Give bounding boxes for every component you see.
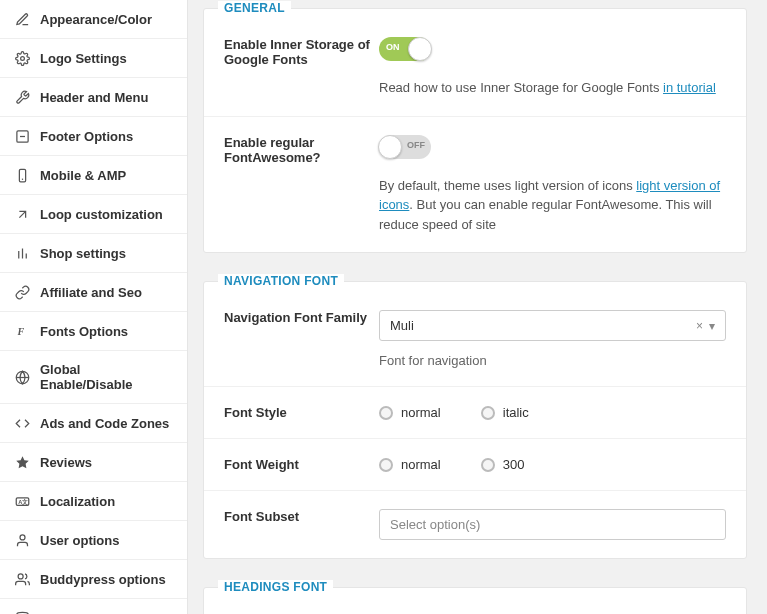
sidebar-item-label: Logo Settings bbox=[40, 51, 127, 66]
svg-point-0 bbox=[20, 56, 24, 60]
globe-icon bbox=[14, 369, 30, 385]
sidebar-item-label: Affiliate and Seo bbox=[40, 285, 142, 300]
star-icon bbox=[14, 454, 30, 470]
toggle-knob bbox=[408, 37, 432, 61]
code-icon bbox=[14, 415, 30, 431]
sidebar-item-footer[interactable]: Footer Options bbox=[0, 117, 187, 156]
radio-style-italic[interactable]: italic bbox=[481, 405, 529, 420]
sidebar-item-global[interactable]: Global Enable/Disable bbox=[0, 351, 187, 404]
sidebar-item-label: Header and Menu bbox=[40, 90, 148, 105]
toggle-inner-storage[interactable]: ON bbox=[379, 37, 431, 61]
sidebar-item-label: Shop settings bbox=[40, 246, 126, 261]
toggle-knob bbox=[378, 135, 402, 159]
edit-icon bbox=[14, 11, 30, 27]
section-general: GENERAL Enable Inner Storage of Google F… bbox=[203, 8, 747, 253]
users-icon bbox=[14, 571, 30, 587]
radio-weight-300[interactable]: 300 bbox=[481, 457, 525, 472]
chevron-down-icon: ▾ bbox=[709, 319, 715, 333]
sidebar-item-label: Reviews bbox=[40, 455, 92, 470]
label-font-style: Font Style bbox=[224, 405, 379, 420]
select-font-subset[interactable]: Select option(s) bbox=[379, 509, 726, 540]
svg-marker-12 bbox=[16, 456, 29, 468]
sidebar-item-label: Mobile & AMP bbox=[40, 168, 126, 183]
sidebar-item-label: Loop customization bbox=[40, 207, 163, 222]
minus-square-icon bbox=[14, 128, 30, 144]
section-headings-font: HEADINGS FONT Headings Font Family Muli … bbox=[203, 587, 747, 614]
gear-icon bbox=[14, 50, 30, 66]
section-navigation-font: NAVIGATION FONT Navigation Font Family M… bbox=[203, 281, 747, 559]
section-title-general: GENERAL bbox=[218, 1, 291, 15]
sidebar-item-label: User options bbox=[40, 533, 119, 548]
sidebar-item-label: Buddypress options bbox=[40, 572, 166, 587]
sidebar-item-label: Fonts Options bbox=[40, 324, 128, 339]
sidebar-item-logo[interactable]: Logo Settings bbox=[0, 39, 187, 78]
user-icon bbox=[14, 532, 30, 548]
sidebar-item-header[interactable]: Header and Menu bbox=[0, 78, 187, 117]
link-tutorial[interactable]: in tutorial bbox=[663, 80, 716, 95]
sidebar-item-label: Footer Options bbox=[40, 129, 133, 144]
sidebar-item-loop[interactable]: Loop customization bbox=[0, 195, 187, 234]
sidebar-item-label: Appearance/Color bbox=[40, 12, 152, 27]
sidebar-item-reviews[interactable]: Reviews bbox=[0, 443, 187, 482]
sidebar-item-fonts[interactable]: FFonts Options bbox=[0, 312, 187, 351]
sidebar-item-label: Global Enable/Disable bbox=[40, 362, 173, 392]
label-font-subset: Font Subset bbox=[224, 509, 379, 540]
sidebar-item-label: Ads and Code Zones bbox=[40, 416, 169, 431]
label-inner-storage: Enable Inner Storage of Google Fonts bbox=[224, 37, 379, 98]
label-nav-font-family: Navigation Font Family bbox=[224, 310, 379, 368]
sidebar-item-label: Localization bbox=[40, 494, 115, 509]
svg-text:F: F bbox=[16, 326, 24, 337]
section-title-navfont: NAVIGATION FONT bbox=[218, 274, 344, 288]
language-icon: A文 bbox=[14, 493, 30, 509]
link-icon bbox=[14, 284, 30, 300]
sidebar-item-ads[interactable]: Ads and Code Zones bbox=[0, 404, 187, 443]
sidebar-item-localization[interactable]: A文Localization bbox=[0, 482, 187, 521]
clear-icon[interactable]: × bbox=[696, 319, 703, 333]
radio-icon bbox=[379, 406, 393, 420]
radio-icon bbox=[379, 458, 393, 472]
label-fontawesome: Enable regular FontAwesome? bbox=[224, 135, 379, 235]
radio-weight-normal[interactable]: normal bbox=[379, 457, 441, 472]
svg-line-5 bbox=[19, 211, 25, 217]
sidebar: Appearance/Color Logo Settings Header an… bbox=[0, 0, 188, 614]
sidebar-item-buddypress[interactable]: Buddypress options bbox=[0, 560, 187, 599]
radio-icon bbox=[481, 458, 495, 472]
label-font-weight: Font Weight bbox=[224, 457, 379, 472]
desc-inner-storage: Read how to use Inner Storage for Google… bbox=[379, 78, 726, 98]
svg-text:A文: A文 bbox=[18, 498, 28, 505]
smartphone-icon bbox=[14, 167, 30, 183]
sidebar-item-affiliate[interactable]: Affiliate and Seo bbox=[0, 273, 187, 312]
toggle-fontawesome[interactable]: OFF bbox=[379, 135, 431, 159]
font-icon: F bbox=[14, 323, 30, 339]
wrench-icon bbox=[14, 89, 30, 105]
helper-nav-font: Font for navigation bbox=[379, 353, 726, 368]
bars-icon bbox=[14, 245, 30, 261]
radio-style-normal[interactable]: normal bbox=[379, 405, 441, 420]
sidebar-item-comparison[interactable]: Dynamic comparison bbox=[0, 599, 187, 614]
svg-point-15 bbox=[20, 534, 25, 539]
sidebar-item-mobile[interactable]: Mobile & AMP bbox=[0, 156, 187, 195]
main-content: GENERAL Enable Inner Storage of Google F… bbox=[188, 0, 767, 614]
arrow-icon bbox=[14, 206, 30, 222]
select-value: Muli bbox=[390, 318, 414, 333]
section-title-headings: HEADINGS FONT bbox=[218, 580, 333, 594]
radio-icon bbox=[481, 406, 495, 420]
sidebar-item-user[interactable]: User options bbox=[0, 521, 187, 560]
select-nav-font-family[interactable]: Muli ×▾ bbox=[379, 310, 726, 341]
desc-fontawesome: By default, theme uses light version of … bbox=[379, 176, 726, 235]
select-placeholder: Select option(s) bbox=[390, 517, 480, 532]
sidebar-item-label: Dynamic comparison bbox=[40, 611, 172, 615]
sidebar-item-appearance[interactable]: Appearance/Color bbox=[0, 0, 187, 39]
svg-point-16 bbox=[18, 573, 23, 578]
database-icon bbox=[14, 610, 30, 614]
sidebar-item-shop[interactable]: Shop settings bbox=[0, 234, 187, 273]
